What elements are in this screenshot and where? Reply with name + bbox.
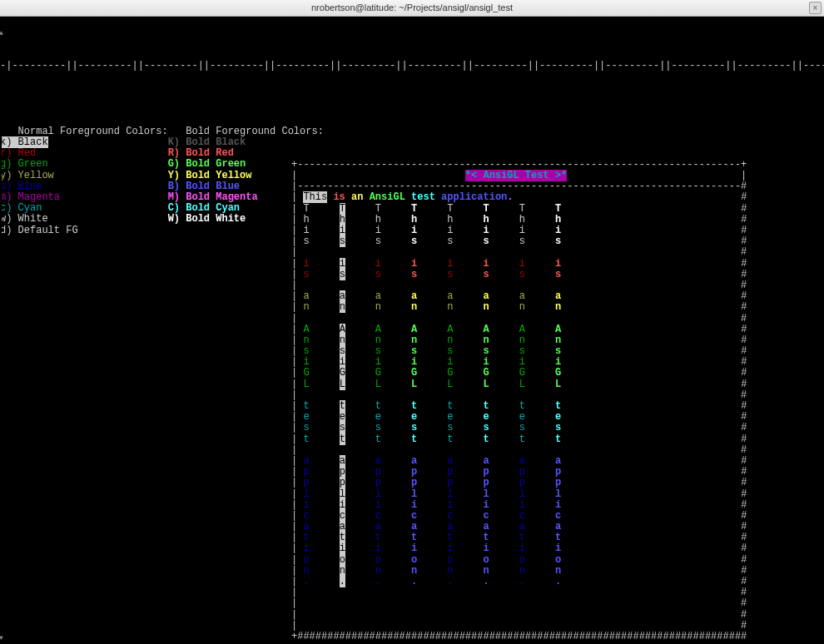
- grid-char: T: [519, 203, 525, 215]
- grid-char: a: [484, 521, 489, 533]
- grid-char: i: [519, 356, 525, 368]
- grid-char: a: [375, 290, 381, 302]
- grid-char: T: [340, 203, 345, 215]
- grid-char: L: [340, 379, 345, 390]
- grid-char: L: [555, 379, 561, 390]
- legend-row: y) Yellow Y) Bold Yellow: [0, 171, 291, 181]
- grid-char: a: [411, 455, 417, 467]
- grid-char: i: [519, 225, 525, 236]
- ruler-top: -|---------||---------||---------||-----…: [0, 61, 824, 72]
- word-dot: .: [507, 191, 513, 203]
- grid-char: T: [303, 203, 309, 215]
- grid-char: e: [447, 411, 453, 423]
- terminal[interactable]: -|---------||---------||---------||-----…: [0, 17, 824, 644]
- grid-char: n: [411, 301, 417, 313]
- grid-char: t: [555, 400, 561, 412]
- grid-char: i: [375, 542, 381, 554]
- grid-char: p: [484, 466, 489, 478]
- grid-char: n: [447, 301, 453, 313]
- grid-char: .: [411, 576, 417, 587]
- grid-char: T: [411, 203, 417, 215]
- grid-char: a: [447, 521, 453, 533]
- grid-char: L: [303, 379, 309, 390]
- grid-char: i: [555, 258, 561, 270]
- legend-item: k) Black: [0, 136, 48, 148]
- legend-item: M) Bold Magenta: [168, 191, 258, 203]
- grid-char: l: [555, 488, 561, 500]
- grid-char: t: [340, 532, 345, 543]
- grid-char: n: [375, 301, 381, 313]
- grid-char: t: [484, 433, 489, 445]
- window-title: nrobertson@latitude: ~/Projects/ansigl/a…: [311, 2, 513, 12]
- grid-char: A: [555, 324, 561, 335]
- scrollbar[interactable]: [0, 17, 2, 644]
- grid-char: .: [340, 576, 345, 587]
- grid-char: n: [303, 334, 309, 346]
- grid-char: e: [340, 411, 345, 423]
- content-row: Normal Foreground Colors: Bold Foregroun…: [0, 105, 824, 645]
- grid-char: n: [519, 301, 525, 313]
- grid-char: L: [375, 379, 381, 390]
- grid-char: s: [340, 269, 345, 280]
- grid-char: s: [411, 422, 417, 433]
- test-row: | s s s s s s s s #: [291, 270, 824, 280]
- legend-item: K) Bold Black: [168, 136, 246, 148]
- grid-char: c: [340, 510, 345, 522]
- grid-char: T: [447, 203, 453, 215]
- grid-char: i: [340, 225, 345, 236]
- grid-char: p: [519, 477, 525, 488]
- grid-char: t: [447, 532, 453, 543]
- grid-char: t: [484, 400, 489, 412]
- grid-char: G: [555, 367, 561, 379]
- grid-char: n: [447, 334, 453, 346]
- grid-char: s: [484, 235, 489, 247]
- grid-char: G: [340, 367, 345, 379]
- grid-char: l: [375, 488, 381, 500]
- grid-char: i: [375, 356, 381, 368]
- grid-char: i: [411, 542, 417, 554]
- grid-char: h: [303, 214, 309, 225]
- grid-char: i: [411, 258, 417, 270]
- grid-char: s: [340, 422, 345, 433]
- grid-char: l: [303, 488, 309, 500]
- grid-char: i: [375, 499, 381, 511]
- grid-char: i: [555, 542, 561, 554]
- test-window-area: +---------------------------------------…: [291, 105, 824, 645]
- grid-char: a: [519, 290, 525, 302]
- grid-char: o: [555, 554, 561, 566]
- grid-char: l: [411, 488, 417, 500]
- close-icon[interactable]: ×: [809, 2, 822, 14]
- legend-item: d) Default FG: [0, 225, 78, 236]
- grid-char: h: [484, 214, 489, 225]
- word-an: an: [351, 191, 363, 203]
- grid-char: t: [375, 400, 381, 412]
- grid-char: s: [303, 269, 309, 280]
- legend-item: W) Bold White: [168, 213, 246, 225]
- normal-header: Normal Foreground Colors:: [0, 126, 168, 137]
- grid-char: p: [519, 466, 525, 478]
- grid-char: a: [375, 521, 381, 533]
- grid-char: A: [519, 324, 525, 335]
- grid-char: a: [303, 521, 309, 533]
- grid-char: n: [340, 301, 345, 313]
- grid-char: p: [303, 477, 309, 488]
- grid-char: l: [340, 488, 345, 500]
- grid-char: i: [303, 499, 309, 511]
- grid-char: o: [375, 554, 381, 566]
- grid-char: G: [519, 367, 525, 379]
- grid-char: s: [375, 235, 381, 247]
- grid-char: l: [484, 488, 489, 500]
- titlebar[interactable]: nrobertson@latitude: ~/Projects/ansigl/a…: [0, 0, 824, 17]
- grid-char: a: [555, 521, 561, 533]
- grid-char: t: [340, 400, 345, 412]
- grid-char: c: [303, 510, 309, 522]
- grid-char: p: [555, 477, 561, 488]
- grid-char: a: [447, 290, 453, 302]
- grid-char: A: [303, 324, 309, 335]
- grid-char: e: [519, 411, 525, 423]
- grid-char: t: [519, 433, 525, 445]
- grid-char: t: [340, 433, 345, 445]
- grid-char: i: [519, 542, 525, 554]
- grid-char: .: [303, 576, 309, 587]
- grid-char: i: [411, 356, 417, 368]
